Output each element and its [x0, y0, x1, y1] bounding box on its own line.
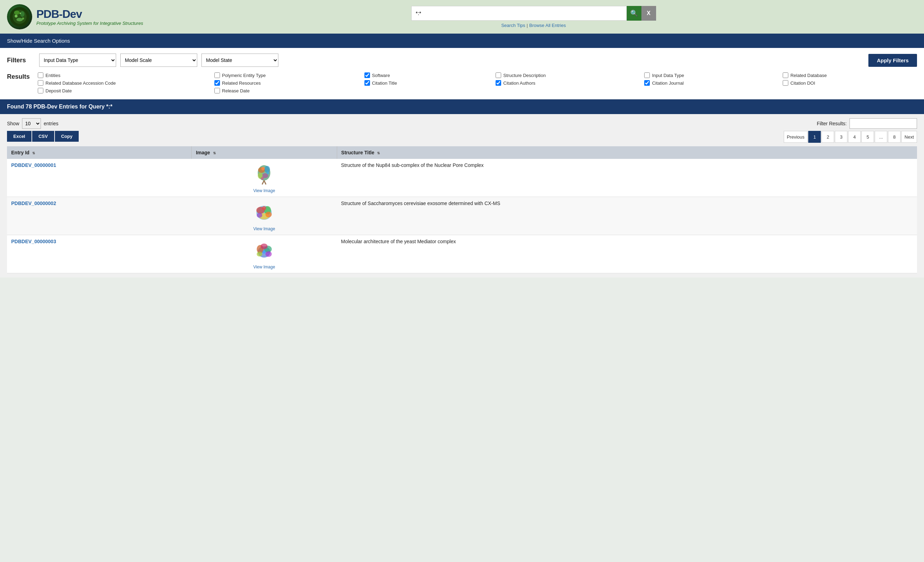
- citation-authors-label[interactable]: Citation Authors: [503, 81, 536, 86]
- separator: |: [527, 23, 528, 28]
- structure-title-cell: Structure of the Nup84 sub-complex of th…: [337, 159, 917, 197]
- related-resources-label[interactable]: Related Resources: [222, 81, 261, 86]
- structure-title-cell-2: Structure of Saccharomyces cerevisiae ex…: [337, 197, 917, 235]
- related-db-label[interactable]: Related Database: [790, 73, 827, 78]
- model-state-select[interactable]: Model State Option 2 Option 3: [201, 54, 278, 67]
- svg-point-13: [261, 167, 265, 170]
- table-row: PDBDEV_00000003 View Image Mole: [7, 235, 917, 273]
- citation-doi-label[interactable]: Citation DOI: [790, 81, 815, 86]
- next-button[interactable]: Next: [901, 131, 917, 143]
- copy-button[interactable]: Copy: [55, 131, 79, 142]
- polymeric-checkbox[interactable]: [214, 72, 220, 78]
- citation-title-checkbox[interactable]: [364, 80, 370, 86]
- related-db-accession-label[interactable]: Related Database Accession Code: [45, 81, 116, 86]
- search-tips-link[interactable]: Search Tips: [501, 23, 525, 28]
- svg-point-28: [261, 243, 267, 249]
- page-8-button[interactable]: 8: [888, 131, 901, 143]
- show-hide-bar[interactable]: Show/Hide Search Options: [0, 34, 924, 48]
- page-3-button[interactable]: 3: [835, 131, 848, 143]
- col-structure-title[interactable]: Structure Title ⇅: [337, 146, 917, 159]
- checkbox-deposit-date: Deposit Date: [38, 88, 206, 93]
- checkboxes-grid: Entities Polymeric Entity Type Software …: [38, 72, 917, 93]
- right-controls: Filter Results: Previous 1 2 3 4 5 ... 8…: [784, 118, 917, 146]
- entries-select[interactable]: 10 25 50 100: [22, 118, 41, 129]
- page-2-button[interactable]: 2: [822, 131, 834, 143]
- search-row: 🔍 X: [411, 6, 656, 21]
- entry-id-link-3[interactable]: PDBDEV_00000003: [11, 239, 56, 244]
- table-area: Show 10 25 50 100 entries Excel CSV Copy…: [0, 114, 924, 278]
- software-checkbox[interactable]: [364, 72, 370, 78]
- csv-button[interactable]: CSV: [32, 131, 54, 142]
- structure-desc-checkbox[interactable]: [496, 72, 501, 78]
- results-table: Entry Id ⇅ Image ⇅ Structure Title ⇅ PDB…: [7, 146, 917, 273]
- svg-point-23: [266, 212, 272, 217]
- excel-button[interactable]: Excel: [7, 131, 32, 142]
- model-scale-select[interactable]: Model Scale Option 2 Option 3: [120, 54, 197, 67]
- svg-point-5: [15, 15, 18, 18]
- protein-image-2: [252, 200, 276, 225]
- apply-filters-button[interactable]: Apply Filters: [868, 54, 917, 67]
- release-date-checkbox[interactable]: [214, 88, 220, 93]
- view-image-link-3[interactable]: View Image: [196, 264, 333, 269]
- input-data-type-checkbox[interactable]: [644, 72, 650, 78]
- software-label[interactable]: Software: [372, 73, 390, 78]
- citation-journal-label[interactable]: Citation Journal: [652, 81, 683, 86]
- citation-journal-checkbox[interactable]: [644, 80, 650, 86]
- deposit-date-checkbox[interactable]: [38, 88, 44, 93]
- entry-id-sort-icon: ⇅: [32, 151, 35, 155]
- results-count-text: Found 78 PDB-Dev Entries for Query *:*: [7, 104, 112, 110]
- entry-id-cell: PDBDEV_00000002: [7, 197, 192, 235]
- related-db-checkbox[interactable]: [783, 72, 788, 78]
- checkbox-related-db: Related Database: [783, 72, 917, 78]
- input-data-type-select[interactable]: Input Data Type Option 2 Option 3: [39, 54, 116, 67]
- structure-title-text: Structure of the Nup84 sub-complex of th…: [341, 162, 484, 168]
- page-4-button[interactable]: 4: [848, 131, 861, 143]
- citation-authors-checkbox[interactable]: [496, 80, 501, 86]
- page-5-button[interactable]: 5: [861, 131, 874, 143]
- entities-label[interactable]: Entities: [45, 73, 60, 78]
- search-area: 🔍 X Search Tips | Browse All Entries: [150, 6, 917, 28]
- view-image-link-1[interactable]: View Image: [196, 188, 333, 193]
- filters-label: Filters: [7, 57, 35, 64]
- checkbox-citation-authors: Citation Authors: [496, 80, 636, 86]
- polymeric-label[interactable]: Polymeric Entity Type: [222, 73, 266, 78]
- entities-checkbox[interactable]: [38, 72, 44, 78]
- structure-desc-label[interactable]: Structure Description: [503, 73, 546, 78]
- clear-button[interactable]: X: [641, 6, 656, 21]
- show-entries: Show 10 25 50 100 entries: [7, 118, 79, 129]
- svg-point-2: [14, 11, 20, 15]
- page-1-button[interactable]: 1: [808, 131, 821, 143]
- results-label: Results: [7, 72, 35, 81]
- filter-results-input[interactable]: [849, 118, 917, 129]
- checkbox-software: Software: [364, 72, 488, 78]
- citation-title-label[interactable]: Citation Title: [372, 81, 397, 86]
- col-entry-id[interactable]: Entry Id ⇅: [7, 146, 192, 159]
- release-date-label[interactable]: Release Date: [222, 88, 250, 93]
- deposit-date-label[interactable]: Deposit Date: [45, 88, 72, 93]
- entry-id-link-2[interactable]: PDBDEV_00000002: [11, 200, 56, 206]
- search-button[interactable]: 🔍: [627, 6, 641, 21]
- table-row: PDBDEV_00000002 View Image Stru: [7, 197, 917, 235]
- related-db-accession-checkbox[interactable]: [38, 80, 44, 86]
- entry-id-link[interactable]: PDBDEV_00000001: [11, 162, 56, 168]
- input-data-type-label[interactable]: Input Data Type: [652, 73, 684, 78]
- show-label: Show: [7, 121, 19, 126]
- checkbox-citation-title: Citation Title: [364, 80, 488, 86]
- page-ellipsis-button: ...: [874, 131, 887, 143]
- logo-area: PDB-Dev Prototype Archiving System for I…: [7, 4, 143, 29]
- col-image[interactable]: Image ⇅: [192, 146, 337, 159]
- table-header-row: Entry Id ⇅ Image ⇅ Structure Title ⇅: [7, 146, 917, 159]
- svg-point-22: [257, 213, 262, 218]
- checkbox-structure-desc: Structure Description: [496, 72, 636, 78]
- previous-button[interactable]: Previous: [784, 131, 808, 143]
- browse-all-link[interactable]: Browse All Entries: [529, 23, 566, 28]
- left-controls: Show 10 25 50 100 entries Excel CSV Copy: [7, 118, 79, 145]
- image-sort-icon: ⇅: [213, 151, 216, 155]
- structure-title-sort-icon: ⇅: [377, 151, 380, 155]
- view-image-link-2[interactable]: View Image: [196, 226, 333, 231]
- citation-doi-checkbox[interactable]: [783, 80, 788, 86]
- pagination: Previous 1 2 3 4 5 ... 8 Next: [784, 131, 917, 143]
- related-resources-checkbox[interactable]: [214, 80, 220, 86]
- search-input[interactable]: [411, 6, 627, 21]
- filters-row: Filters Input Data Type Option 2 Option …: [7, 54, 917, 67]
